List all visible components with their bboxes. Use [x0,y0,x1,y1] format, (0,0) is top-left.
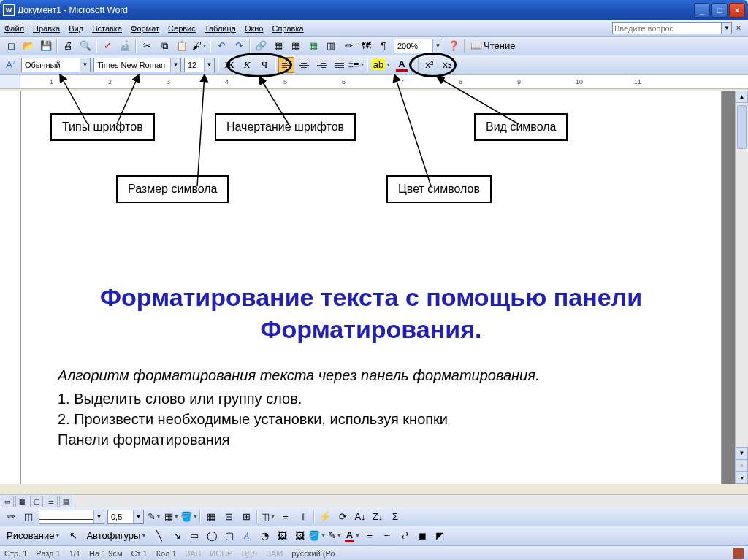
menu-table[interactable]: Таблица [205,24,236,33]
bold-button[interactable]: Ж [221,57,237,73]
close-document-button[interactable]: × [733,23,744,34]
line-style-combo[interactable]: ▼ [39,510,104,524]
status-lang[interactable]: русский (Ро [291,549,335,558]
reading-view-button[interactable]: ▤ [59,496,72,507]
web-view-button[interactable]: ▦ [15,496,28,507]
help-dropdown-icon[interactable]: ▼ [722,22,732,34]
text-direction-button[interactable]: ⟳ [335,509,351,525]
status-rec[interactable]: ЗАП [186,549,202,558]
fill-color-button[interactable]: 🪣▼ [309,528,325,544]
font-color-button[interactable]: A▼ [394,57,416,73]
redo-button[interactable]: ↷ [231,38,247,54]
menu-format[interactable]: Формат [131,24,159,33]
align-center-button[interactable] [296,57,312,73]
columns-button[interactable]: ▥ [323,38,339,54]
horizontal-scrollbar[interactable] [73,495,748,507]
new-document-button[interactable]: ◻ [3,38,19,54]
eraser-button[interactable]: ◫ [20,509,37,525]
vertical-ruler[interactable] [0,91,20,484]
spellcheck-button[interactable]: ✓ [99,38,115,54]
align-cell-button[interactable]: ◫▼ [260,509,276,525]
menu-window[interactable]: Окно [245,24,264,33]
open-button[interactable]: 📂 [20,38,37,54]
styles-pane-button[interactable]: A⁴ [3,57,19,73]
show-pilcrow-button[interactable]: ¶ [375,38,392,54]
arrow-button[interactable]: ↘ [169,528,185,544]
normal-view-button[interactable]: ▭ [1,496,14,507]
status-ext[interactable]: ВДЛ [241,549,257,558]
draw-table-button[interactable]: ✏ [3,509,19,525]
distribute-cols-button[interactable]: ⦀ [295,509,311,525]
split-cells-button[interactable]: ⊞ [238,509,254,525]
scroll-up-button[interactable]: ▲ [736,91,748,103]
help-search-input[interactable] [612,22,722,34]
distribute-rows-button[interactable]: ≡ [278,509,294,525]
copy-button[interactable]: ⧉ [156,38,172,54]
insert-table-button[interactable]: ▦ [288,38,304,54]
menu-view[interactable]: Вид [69,24,83,33]
border-color-button[interactable]: ✎▼ [146,509,162,525]
horizontal-ruler[interactable]: 1234567891011 [0,74,748,89]
help-button[interactable]: ❓ [446,38,462,54]
shading-button[interactable]: 🪣▼ [181,509,197,525]
line-weight-combo[interactable]: 0,5▼ [107,510,144,524]
3d-button[interactable]: ◩ [432,528,448,544]
tables-borders-button[interactable]: ▦ [270,38,286,54]
prev-page-button[interactable]: ◦ [736,459,748,472]
print-layout-button[interactable]: ▢ [30,496,43,507]
autoformat-button[interactable]: ⚡ [317,509,333,525]
font-color-button2[interactable]: А▼ [344,528,360,544]
scroll-thumb[interactable] [737,105,747,149]
menu-file[interactable]: Файл [4,24,24,33]
rectangle-button[interactable]: ▭ [186,528,202,544]
document-map-button[interactable]: 🗺 [358,38,374,54]
sort-asc-button[interactable]: A↓ [352,509,368,525]
highlight-button[interactable]: ab▼ [370,57,392,73]
drawing-menu-button[interactable]: Рисование▼ [3,528,64,544]
save-button[interactable]: 💾 [38,38,54,54]
excel-button[interactable]: ▦ [305,38,321,54]
dash-style-button[interactable]: ┄ [379,528,395,544]
autoshapes-button[interactable]: Автофигуры▼ [83,528,150,544]
shadow-button[interactable]: ◼ [414,528,430,544]
menu-help[interactable]: Справка [272,24,303,33]
clipart-button[interactable]: 🖼 [274,528,290,544]
print-button[interactable]: 🖨 [60,38,76,54]
oval-button[interactable]: ◯ [204,528,220,544]
font-size-combo[interactable]: 12 ▼ [184,58,215,72]
line-button[interactable]: ╲ [151,528,167,544]
status-ovr[interactable]: ЗАМ [266,549,283,558]
drawing-toolbar-button[interactable]: ✏ [340,38,356,54]
borders-button[interactable]: ▦▼ [164,509,180,525]
vertical-scrollbar[interactable]: ▲ ▼ ◦ ▾ [735,91,748,484]
menu-insert[interactable]: Вставка [92,24,122,33]
arrow-style-button[interactable]: ⇄ [397,528,413,544]
research-button[interactable]: 🔬 [117,38,133,54]
line-style-button[interactable]: ≡ [362,528,378,544]
picture-button[interactable]: 🖼 [291,528,308,544]
diagram-button[interactable]: ◔ [256,528,272,544]
wordart-button[interactable]: 𝐴 [239,528,255,544]
status-trk[interactable]: ИСПР [210,549,232,558]
align-right-button[interactable] [313,57,329,73]
minimize-button[interactable]: _ [694,3,710,18]
insert-table-button2[interactable]: ▦ [203,509,219,525]
reading-layout-button[interactable]: 📖Чтение [468,38,518,54]
italic-button[interactable]: К [239,57,255,73]
maximize-button[interactable]: □ [711,3,728,18]
autosum-button[interactable]: Σ [387,509,403,525]
superscript-button[interactable]: x² [421,57,438,73]
sort-desc-button[interactable]: Z↓ [370,509,386,525]
select-objects-button[interactable]: ↖ [65,528,81,544]
menu-tools[interactable]: Сервис [168,24,196,33]
subscript-button[interactable]: x₂ [439,57,455,73]
page[interactable]: Типы шрифтов Начертание шрифтов Вид симв… [20,91,722,484]
merge-cells-button[interactable]: ⊟ [221,509,237,525]
print-preview-button[interactable]: 🔍 [77,38,94,54]
hyperlink-button[interactable]: 🔗 [253,38,269,54]
scroll-down-button[interactable]: ▼ [736,447,748,459]
close-button[interactable]: × [729,3,745,18]
outline-view-button[interactable]: ☰ [45,496,58,507]
align-justify-button[interactable] [331,57,347,73]
font-combo[interactable]: Times New Roman ▼ [94,58,181,72]
